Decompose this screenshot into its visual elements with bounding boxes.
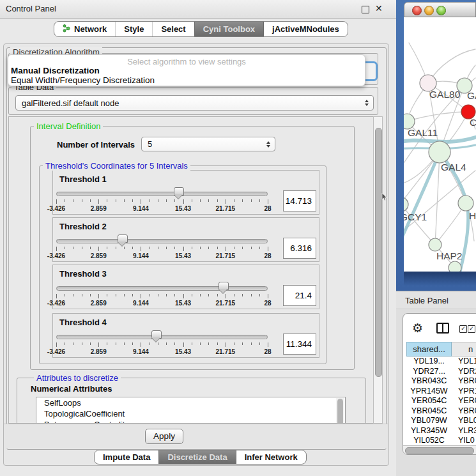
slider-tick-labels: -3.4262.8599.14415.4321.71528 [56, 205, 268, 212]
number-of-intervals-combobox[interactable]: 5 [141, 137, 275, 151]
threshold-value-field[interactable]: 14.713 [283, 190, 316, 211]
zoom-traffic-light-icon[interactable] [436, 6, 446, 15]
cell-name: YBL0 [458, 416, 476, 425]
network-edge[interactable] [404, 152, 440, 245]
tab-select[interactable]: Select [152, 22, 194, 36]
slider-track[interactable] [56, 286, 268, 291]
column-header-shared-name[interactable]: shared... [406, 342, 452, 357]
network-window-titlebar[interactable] [404, 2, 476, 17]
table-row[interactable]: YDL19...YDL1 [406, 357, 476, 367]
cell-shared-name: YIL052C [406, 436, 452, 445]
table-row[interactable]: YBR043CYBR0 [406, 376, 476, 387]
network-canvas[interactable]: GAL80GACGAL11GAL4GCY1HHAP2 [404, 17, 476, 272]
slider-thumb[interactable] [219, 282, 229, 290]
network-node[interactable] [449, 261, 461, 272]
application-root: { "window": {"title": "Control Panel"}, … [0, 0, 476, 476]
threshold-label: Threshold 1 [59, 174, 107, 184]
close-icon[interactable]: ✕ [375, 3, 383, 13]
slider-track[interactable] [56, 335, 268, 339]
list-item-topologicalcoefficient[interactable]: TopologicalCoefficient [36, 408, 345, 419]
close-traffic-light-icon[interactable] [412, 6, 422, 15]
table-data-combobox[interactable]: galFiltered.sif default node [15, 95, 374, 111]
cell-shared-name: YBR045C [406, 406, 452, 415]
tab-label: Network [74, 24, 107, 34]
threshold-value-field[interactable]: 11.344 [283, 334, 316, 355]
attributes-group-label: Attributes to discretize [34, 373, 121, 383]
minimize-traffic-light-icon[interactable] [424, 6, 434, 15]
tab-discretize-data[interactable]: Discretize Data [158, 450, 235, 464]
slider-thumb[interactable] [118, 234, 128, 243]
gear-icon[interactable]: ⚙ [412, 322, 423, 334]
list-item-betweennesscentrality[interactable]: BetweennessCentrality [36, 419, 345, 424]
dropdown-option-manual-discretization[interactable]: Manual Discretization [11, 66, 362, 75]
tab-label: Infer Network [245, 452, 298, 462]
slider-track[interactable] [56, 192, 268, 196]
cell-name: YPR1 [458, 387, 476, 395]
tab-label: Discretize Data [167, 452, 227, 462]
slider-ticks [56, 199, 268, 204]
table-panel-title: Table Panel [405, 296, 449, 305]
numerical-attributes-label: Numerical Attributes [31, 384, 112, 394]
network-node-gal4[interactable] [429, 141, 450, 163]
column-header-name[interactable]: n [452, 342, 476, 357]
thresholds-group-label: Threshold's Coordinates for 5 Intervals [43, 161, 190, 171]
apply-button[interactable]: Apply [145, 429, 183, 444]
numerical-attributes-list[interactable]: SelfLoopsTopologicalCoefficientBetweenne… [36, 397, 346, 424]
table-row[interactable]: YPR145WYPR1 [406, 387, 476, 397]
network-icon [63, 24, 70, 35]
table-row[interactable]: YBR045CYBR0 [406, 406, 476, 417]
tab-label: Cyni Toolbox [203, 24, 255, 34]
cell-shared-name: YER054C [406, 396, 452, 405]
tab-network[interactable]: Network [54, 22, 115, 36]
threshold-value-field[interactable]: 21.4 [283, 285, 316, 306]
slider-thumb[interactable] [174, 187, 184, 196]
table-rows: YDL19...YDL1YDR27...YDR2YBR043CYBR0YPR14… [406, 357, 476, 445]
cell-name: YBR0 [458, 406, 476, 415]
attribute-items: SelfLoopsTopologicalCoefficientBetweenne… [36, 397, 345, 424]
node-label: GAL4 [441, 162, 466, 173]
network-node-hap2[interactable] [429, 238, 441, 251]
slider-tick-labels: -3.4262.8599.14415.4321.71528 [56, 348, 268, 355]
dropdown-option-equal-width-frequency[interactable]: Equal Width/Frequency Discretization [11, 75, 362, 85]
node-label: HAP2 [436, 250, 463, 261]
up-down-arrows-icon [365, 100, 369, 106]
checked-box-icon[interactable]: ✓ [468, 325, 475, 333]
node-label: GAL80 [429, 89, 461, 100]
cell-name: YER0 [458, 396, 476, 405]
tab-label: Select [161, 24, 185, 34]
float-window-icon[interactable] [362, 6, 369, 13]
node-label: GCY1 [404, 211, 427, 222]
checked-box-icon[interactable]: ✓ [459, 325, 467, 333]
slider-track[interactable] [56, 239, 268, 243]
tab-infer-network[interactable]: Infer Network [236, 450, 306, 464]
attributes-scrollbar[interactable] [336, 398, 344, 424]
table-row[interactable]: YER054CYER0 [406, 396, 476, 406]
top-tab-bar: NetworkStyleSelectCyni ToolboxjActiveMNo… [54, 21, 348, 37]
tab-jactivemnodules[interactable]: jActiveMNodules [263, 22, 348, 36]
table-row[interactable]: YLR345WYLR3 [406, 426, 476, 436]
threshold-label: Threshold 4 [59, 318, 107, 327]
tab-impute-data[interactable]: Impute Data [95, 450, 158, 464]
up-down-arrows-icon [266, 141, 270, 148]
table-row[interactable]: YIL052CYIL0 [406, 436, 476, 445]
tab-style[interactable]: Style [115, 22, 152, 36]
tab-cyni-toolbox[interactable]: Cyni Toolbox [194, 22, 263, 36]
dropdown-hint: Select algorithm to view settings [8, 57, 365, 66]
network-node-h[interactable] [458, 196, 473, 211]
network-edge[interactable] [428, 49, 475, 83]
table-horizontal-scrollbar[interactable] [403, 445, 476, 454]
network-node-gcy1[interactable] [404, 197, 408, 211]
slider-thumb[interactable] [151, 330, 162, 339]
cell-shared-name: YPR145W [406, 387, 452, 395]
threshold-panel-4: Threshold 4-3.4262.8599.14415.4321.71528… [52, 313, 319, 358]
network-graph[interactable]: GAL80GACGAL11GAL4GCY1HHAP2 [404, 17, 476, 272]
threshold-value-field[interactable]: 6.316 [283, 238, 316, 259]
split-columns-icon[interactable] [436, 323, 449, 334]
table-row[interactable]: YBL079WYBL0 [406, 416, 476, 426]
settings-vertical-scrollbar[interactable] [373, 116, 383, 424]
algorithm-dropdown-popup: Select algorithm to view settings Manual… [8, 54, 365, 86]
table-row[interactable]: YDR27...YDR2 [406, 367, 476, 377]
network-edge[interactable] [435, 152, 440, 245]
list-item-selfloops[interactable]: SelfLoops [36, 397, 345, 408]
window-shadow [404, 272, 476, 286]
